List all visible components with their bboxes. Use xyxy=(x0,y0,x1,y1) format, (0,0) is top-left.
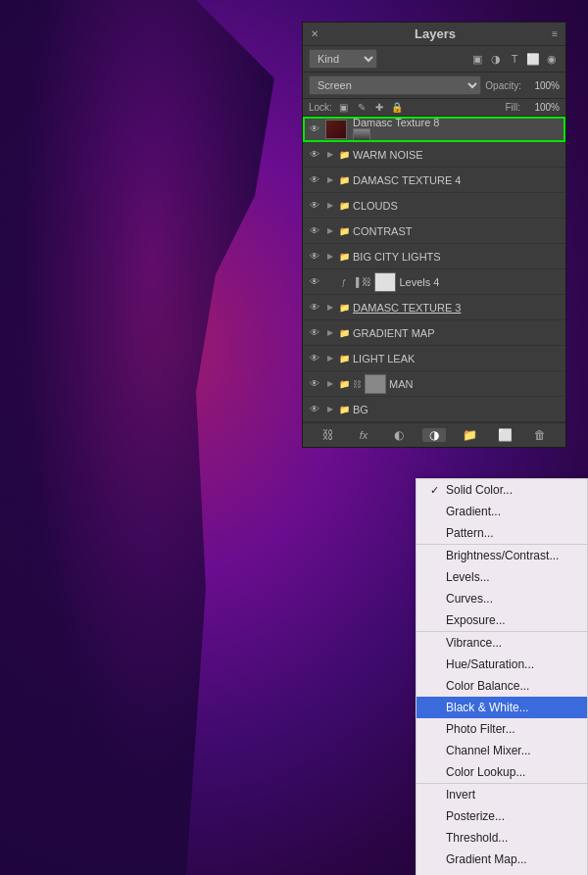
expand-icon[interactable]: ▶ xyxy=(325,405,335,413)
layer-name: BIG CITY LIGHTS xyxy=(353,251,562,263)
visibility-icon[interactable]: 👁 xyxy=(307,327,322,338)
menu-item-label: Photo Filter... xyxy=(446,722,515,736)
kind-dropdown[interactable]: Kind xyxy=(309,49,377,69)
menu-item-channel-mixer[interactable]: Channel Mixer... xyxy=(416,740,587,761)
menu-item-selective-color[interactable]: Selective Color... xyxy=(416,870,587,875)
menu-item-gradient-map[interactable]: Gradient Map... xyxy=(416,849,587,870)
visibility-icon[interactable]: 👁 xyxy=(307,353,322,364)
expand-icon[interactable]: ▶ xyxy=(325,303,335,312)
visibility-icon[interactable]: 👁 xyxy=(307,276,322,287)
adjustment-icon[interactable]: ◑ xyxy=(422,428,446,442)
layer-row[interactable]: 👁 ▶ 📁 CONTRAST xyxy=(303,219,565,244)
folder-icon[interactable]: 📁 xyxy=(458,428,481,442)
expand-icon[interactable]: ▶ xyxy=(325,379,335,388)
expand-icon[interactable]: ▶ xyxy=(325,226,335,235)
layer-row[interactable]: 👁 ▶ ƒ ▐ ⛓ Levels 4 xyxy=(303,269,565,295)
layer-name: DAMASC TEXTURE 4 xyxy=(353,174,562,186)
fx-icon[interactable]: fx xyxy=(352,429,375,441)
menu-item-photo-filter[interactable]: Photo Filter... xyxy=(416,718,587,740)
menu-item-color-lookup[interactable]: Color Lookup... xyxy=(416,761,587,783)
visibility-icon[interactable]: 👁 xyxy=(307,174,322,185)
visibility-icon[interactable]: 👁 xyxy=(307,302,322,313)
lock-artboard-icon[interactable]: ✚ xyxy=(372,102,386,113)
layer-row[interactable]: 👁 ▶ 📁 CLOUDS xyxy=(303,193,565,219)
expand-icon[interactable]: ▶ xyxy=(325,252,335,261)
layer-name: GRADIENT MAP xyxy=(353,327,562,339)
menu-item-hue-saturation[interactable]: Hue/Saturation... xyxy=(416,654,587,675)
visibility-icon[interactable]: 👁 xyxy=(307,149,322,160)
menu-item-label: Solid Color... xyxy=(446,483,513,497)
lock-icons: ▣ ✎ ✚ 🔒 xyxy=(337,102,404,113)
levels-icon: ƒ xyxy=(338,277,350,287)
menu-item-levels[interactable]: Levels... xyxy=(416,566,587,588)
lock-pixel-icon[interactable]: ▣ xyxy=(337,102,351,113)
layer-row[interactable]: 👁 ▶ 📁 ⛓ MAN xyxy=(303,371,565,397)
menu-item-brightness-contrast[interactable]: Brightness/Contrast... xyxy=(416,545,587,566)
layer-row[interactable]: 👁 ▶ 📁 GRADIENT MAP xyxy=(303,320,565,346)
layer-row[interactable]: 👁 ▶ 📁 DAMASC TEXTURE 4 xyxy=(303,168,565,193)
smart-icon: ◉ xyxy=(544,53,560,66)
visibility-icon[interactable]: 👁 xyxy=(307,225,322,236)
kind-row: Kind ▣ ◑ T ⬜ ◉ xyxy=(303,46,565,73)
visibility-icon[interactable]: 👁 xyxy=(307,251,322,262)
expand-icon[interactable]: ▶ xyxy=(325,201,335,210)
folder-icon: 📁 xyxy=(338,405,350,414)
folder-icon: 📁 xyxy=(338,201,350,211)
visibility-icon[interactable]: 👁 xyxy=(307,123,322,134)
menu-item-color-balance[interactable]: Color Balance... xyxy=(416,675,587,697)
menu-item-threshold[interactable]: Threshold... xyxy=(416,827,587,849)
man-mask-thumb xyxy=(365,374,386,394)
visibility-icon[interactable]: 👁 xyxy=(307,378,322,389)
menu-item-invert[interactable]: Invert xyxy=(416,784,587,805)
blend-row: Screen Opacity: 100% xyxy=(303,73,565,99)
mask-icon[interactable]: ◐ xyxy=(387,428,411,442)
menu-section-special: Invert Posterize... Threshold... Gradien… xyxy=(416,784,587,875)
expand-icon[interactable]: ▶ xyxy=(325,328,335,337)
layer-row[interactable]: 👁 ▶ 📁 BG xyxy=(303,397,565,422)
layer-row[interactable]: 👁 Damasc Texture 8 xyxy=(303,117,565,142)
chain-icon: ⛓ xyxy=(362,276,371,287)
layer-name: CLOUDS xyxy=(353,200,562,212)
menu-item-label: Curves... xyxy=(446,592,493,606)
menu-item-black-white[interactable]: Black & White... xyxy=(416,697,587,718)
menu-section-color: Vibrance... Hue/Saturation... Color Bala… xyxy=(416,632,587,784)
link-icon[interactable]: ⛓ xyxy=(317,428,340,442)
menu-item-label: Gradient... xyxy=(446,505,501,518)
menu-item-gradient[interactable]: Gradient... xyxy=(416,501,587,522)
layer-row[interactable]: 👁 ▶ 📁 BIG CITY LIGHTS xyxy=(303,244,565,269)
type-icon: T xyxy=(507,53,522,66)
folder-icon: 📁 xyxy=(338,303,350,313)
visibility-icon[interactable]: 👁 xyxy=(307,200,322,211)
expand-icon[interactable]: ▶ xyxy=(325,150,335,159)
lock-position-icon[interactable]: ✎ xyxy=(355,102,368,113)
folder-icon: 📁 xyxy=(338,252,350,262)
layers-list: 👁 Damasc Texture 8 👁 ▶ 📁 WARM NOISE 👁 ▶ … xyxy=(303,117,565,422)
menu-item-pattern[interactable]: Pattern... xyxy=(416,522,587,544)
blend-mode-dropdown[interactable]: Screen xyxy=(309,75,481,95)
menu-item-posterize[interactable]: Posterize... xyxy=(416,805,587,827)
menu-item-curves[interactable]: Curves... xyxy=(416,588,587,609)
folder-icon: 📁 xyxy=(338,150,350,160)
close-icon[interactable]: ✕ xyxy=(311,28,318,39)
pixel-icon: ▣ xyxy=(469,53,485,66)
menu-item-solid-color[interactable]: ✓ Solid Color... xyxy=(416,479,587,501)
lock-all-icon[interactable]: 🔒 xyxy=(390,102,404,113)
layer-row[interactable]: 👁 ▶ 📁 DAMASC TEXTURE 3 xyxy=(303,295,565,320)
menu-item-vibrance[interactable]: Vibrance... xyxy=(416,632,587,654)
panel-header: ✕ Layers ≡ xyxy=(303,23,565,46)
expand-icon[interactable]: ▶ xyxy=(325,175,335,184)
visibility-icon[interactable]: 👁 xyxy=(307,404,322,414)
menu-item-label: Invert xyxy=(446,788,475,802)
layer-row[interactable]: 👁 ▶ 📁 WARM NOISE xyxy=(303,142,565,168)
layer-row[interactable]: 👁 ▶ 📁 LIGHT LEAK xyxy=(303,346,565,371)
menu-item-label: Black & White... xyxy=(446,701,529,714)
expand-icon: ▶ xyxy=(325,277,335,286)
menu-item-exposure[interactable]: Exposure... xyxy=(416,609,587,631)
panel-footer: ⛓ fx ◐ ◑ 📁 ⬜ 🗑 xyxy=(303,422,565,447)
expand-icon[interactable]: ▶ xyxy=(325,354,335,363)
menu-section-tonal: Brightness/Contrast... Levels... Curves.… xyxy=(416,545,587,632)
delete-icon[interactable]: 🗑 xyxy=(528,428,552,442)
new-layer-icon[interactable]: ⬜ xyxy=(493,428,516,442)
panel-menu-icon[interactable]: ≡ xyxy=(552,28,558,39)
menu-item-label: Pattern... xyxy=(446,526,494,540)
